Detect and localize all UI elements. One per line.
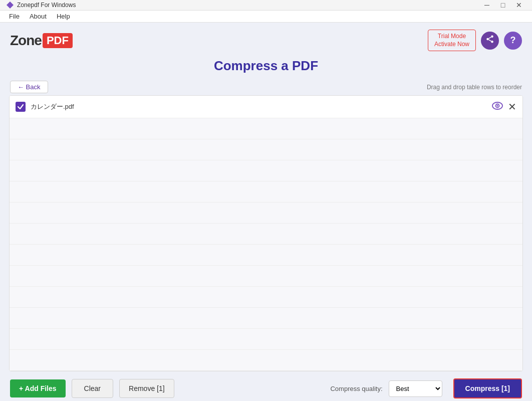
maximize-button[interactable]: □ — [496, 0, 510, 10]
empty-row — [10, 308, 522, 329]
svg-point-8 — [497, 105, 498, 106]
share-icon — [485, 35, 494, 46]
minimize-button[interactable]: ─ — [480, 0, 494, 10]
menu-bar: File About Help — [0, 11, 532, 23]
empty-row — [10, 329, 522, 350]
remove-file-button[interactable]: ✕ — [508, 101, 516, 113]
empty-row — [10, 350, 522, 371]
clear-button[interactable]: Clear — [72, 379, 113, 398]
page-title: Compress a PDF — [0, 58, 532, 74]
menu-help[interactable]: Help — [52, 11, 75, 22]
back-row: ← Back Drag and drop table rows to reord… — [0, 79, 532, 95]
svg-line-5 — [488, 37, 491, 39]
app-icon — [6, 1, 14, 9]
empty-row — [10, 118, 522, 139]
remove-button[interactable]: Remove [1] — [119, 379, 174, 398]
preview-file-button[interactable] — [492, 102, 503, 112]
file-list: カレンダー.pdf ✕ — [9, 95, 523, 371]
share-button[interactable] — [481, 32, 499, 50]
page-title-area: Compress a PDF — [0, 56, 532, 79]
empty-row — [10, 203, 522, 224]
empty-row — [10, 266, 522, 287]
app-title: Zonepdf For Windows — [17, 2, 480, 9]
quality-select[interactable]: Best High Medium Low — [389, 380, 442, 397]
empty-row — [10, 245, 522, 266]
empty-row — [10, 287, 522, 308]
app-body: Zone PDF Trial Mode Activate Now ? — [0, 23, 532, 401]
trial-mode-button[interactable]: Trial Mode Activate Now — [428, 30, 476, 51]
drag-hint: Drag and drop table rows to reorder — [427, 84, 522, 91]
close-icon: ✕ — [508, 101, 516, 112]
logo-zone: Zone — [10, 33, 42, 49]
svg-point-2 — [486, 38, 489, 41]
menu-file[interactable]: File — [4, 11, 25, 22]
header-area: Zone PDF Trial Mode Activate Now ? — [0, 23, 532, 56]
eye-icon — [492, 102, 503, 112]
back-button[interactable]: ← Back — [10, 81, 48, 93]
empty-row — [10, 181, 522, 203]
window-controls: ─ □ ✕ — [480, 0, 526, 10]
close-button[interactable]: ✕ — [512, 0, 526, 10]
header-actions: Trial Mode Activate Now ? — [428, 30, 522, 51]
logo-pdf: PDF — [43, 33, 73, 48]
add-files-button[interactable]: + Add Files — [10, 379, 66, 397]
svg-marker-0 — [7, 2, 14, 9]
empty-row — [10, 139, 522, 160]
bottom-bar: + Add Files Clear Remove [1] Compress qu… — [0, 371, 532, 401]
help-button[interactable]: ? — [504, 32, 522, 50]
file-checkbox[interactable] — [16, 102, 26, 112]
file-item-row: カレンダー.pdf ✕ — [10, 96, 522, 118]
quality-label: Compress quality: — [330, 385, 382, 392]
empty-row — [10, 224, 522, 245]
svg-point-3 — [491, 41, 493, 43]
svg-point-1 — [491, 36, 493, 38]
logo: Zone PDF — [10, 33, 73, 49]
svg-line-4 — [488, 40, 491, 41]
check-icon — [17, 103, 24, 110]
file-row-actions: ✕ — [492, 101, 516, 113]
file-name: カレンダー.pdf — [31, 102, 492, 111]
help-icon: ? — [510, 35, 516, 46]
compress-button[interactable]: Compress [1] — [453, 378, 522, 398]
menu-about[interactable]: About — [25, 11, 52, 22]
title-bar: Zonepdf For Windows ─ □ ✕ — [0, 0, 532, 11]
empty-row — [10, 160, 522, 181]
